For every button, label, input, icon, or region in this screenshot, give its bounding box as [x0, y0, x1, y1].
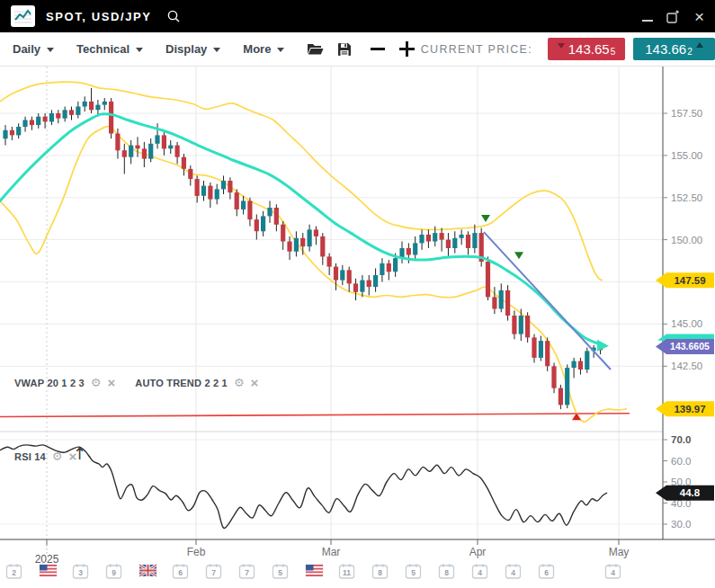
sell-signal-icon	[481, 215, 490, 222]
open-layout-button[interactable]	[307, 42, 324, 56]
axis-badge-label: 143.6605	[670, 341, 710, 352]
sell-price-value: 143.65	[568, 41, 610, 57]
month-label: Mar	[322, 546, 341, 558]
chevron-down-icon	[47, 48, 54, 52]
calendar-event-icon[interactable]: 7	[207, 565, 221, 579]
month-label: May	[609, 546, 630, 558]
calendar-event-icon[interactable]: 8	[373, 565, 388, 579]
calendar-event-icon[interactable]: 5	[273, 565, 288, 579]
calendar-event-icon[interactable]: 7	[240, 565, 255, 579]
rsi-tick-label: 60.0	[671, 456, 691, 467]
calendar-event-icon[interactable]: 4	[606, 565, 621, 579]
indicator-rsi: RSI 14 ⚙ ×	[14, 450, 76, 463]
zoom-out-button[interactable]	[371, 48, 385, 50]
axis-price-badge: 143.6605	[656, 339, 714, 354]
event-icon-row: 2396775118584464	[7, 565, 621, 579]
calendar-event-icon[interactable]: 9	[107, 565, 121, 579]
calendar-event-icon[interactable]: 6	[174, 565, 188, 579]
event-day-label: 7	[245, 568, 249, 577]
vwap-line	[0, 114, 604, 346]
sell-signal-icon	[514, 252, 523, 259]
year-label: 2025	[35, 553, 59, 566]
rsi-annotation-arrow-icon: ↑	[73, 444, 86, 463]
calendar-event-icon[interactable]: 4	[473, 565, 487, 579]
gear-icon[interactable]: ⚙	[91, 377, 102, 388]
price-chart-canvas[interactable]: 157.50155.00152.50150.00147.50145.00142.…	[0, 67, 715, 588]
rsi-tick-label: 70.0	[671, 434, 691, 445]
sell-price-badge[interactable]: 143.655	[548, 38, 625, 60]
price-tick-label: 142.50	[671, 361, 702, 371]
calendar-event-icon[interactable]: 2	[7, 565, 22, 579]
menu-technical[interactable]: Technical	[76, 42, 143, 56]
save-layout-button[interactable]	[337, 42, 352, 57]
calendar-event-icon[interactable]: 5	[407, 565, 421, 579]
event-day-label: 8	[378, 568, 382, 577]
month-label: Apr	[469, 546, 487, 558]
event-day-label: 8	[444, 568, 449, 577]
axis-badge-label: 44.8	[680, 487, 701, 498]
indicator-autotrend: AUTO TREND 2 2 1 ⚙ ×	[135, 376, 258, 389]
indicator-vwap: VWAP 20 1 2 3 ⚙ ×	[14, 376, 115, 389]
axis-badge-label: 147.59	[674, 275, 705, 286]
main-panel	[0, 82, 630, 422]
toolbar: Daily Technical Display More CURRENT PRI…	[0, 32, 715, 67]
chevron-down-icon	[277, 48, 284, 52]
candlesticks	[3, 88, 603, 409]
rsi-panel	[0, 445, 607, 529]
price-tick-label: 150.00	[671, 235, 702, 245]
price-tick-label: 157.50	[671, 108, 702, 119]
chevron-down-icon	[136, 48, 143, 52]
gear-icon[interactable]: ⚙	[234, 377, 245, 388]
menu-display[interactable]: Display	[165, 42, 220, 56]
month-label: Feb	[187, 546, 206, 558]
menu-more[interactable]: More	[243, 42, 284, 56]
zoom-in-button[interactable]	[399, 41, 415, 57]
event-day-label: 9	[112, 568, 116, 577]
calendar-event-icon[interactable]: 8	[440, 565, 454, 579]
search-icon[interactable]	[166, 9, 181, 23]
event-day-label: 7	[211, 568, 216, 577]
event-day-label: 6	[178, 568, 183, 577]
menu-technical-label: Technical	[76, 42, 130, 56]
menu-daily-label: Daily	[13, 42, 40, 56]
buy-price-value: 143.66	[645, 41, 686, 57]
gear-icon[interactable]: ⚙	[52, 450, 63, 462]
axis-price-badge: 139.97	[656, 401, 714, 416]
buy-price-pip: 2	[687, 47, 693, 57]
app-logo-icon	[11, 5, 35, 27]
uk-flag-icon[interactable]	[139, 565, 156, 576]
rsi-label: RSI 14	[14, 451, 46, 462]
ma-end-arrow-icon	[597, 340, 609, 352]
axis-price-badge: 147.59	[656, 272, 714, 288]
event-day-label: 5	[278, 568, 282, 577]
calendar-event-icon[interactable]: 4	[506, 565, 521, 579]
title-bar: SPOT, USD/JPY ×	[0, 0, 715, 32]
menu-daily[interactable]: Daily	[13, 42, 54, 56]
buy-price-badge[interactable]: 143.662	[633, 38, 715, 60]
us-flag-icon[interactable]	[306, 565, 323, 576]
vwap-label: VWAP 20 1 2 3	[14, 378, 85, 388]
axis-badge-label: 139.97	[674, 404, 705, 414]
sell-price-pip: 5	[611, 47, 616, 57]
close-icon[interactable]: ×	[107, 376, 115, 389]
price-tick-label: 152.50	[671, 192, 702, 203]
price-axis: 157.50155.00152.50150.00147.50145.00142.…	[663, 108, 702, 530]
window-title: SPOT, USD/JPY	[46, 10, 152, 23]
minimize-button[interactable]	[642, 20, 653, 22]
menu-more-label: More	[243, 42, 271, 56]
chevron-down-icon	[213, 48, 220, 52]
close-icon[interactable]: ×	[251, 376, 259, 389]
event-day-label: 6	[544, 568, 549, 577]
us-flag-icon[interactable]	[40, 565, 57, 576]
price-tick-label: 145.00	[671, 318, 702, 329]
autotrend-label: AUTO TREND 2 2 1	[135, 378, 228, 388]
price-up-arrow-icon	[696, 42, 703, 48]
close-button[interactable]: ×	[694, 8, 704, 25]
calendar-event-icon[interactable]: 3	[74, 565, 88, 579]
popout-button[interactable]	[666, 10, 681, 23]
calendar-event-icon[interactable]: 6	[540, 565, 554, 579]
event-day-label: 11	[343, 568, 351, 577]
calendar-event-icon[interactable]: 11	[340, 565, 354, 579]
price-tick-label: 155.00	[671, 150, 702, 161]
rsi-tick-label: 30.0	[671, 519, 691, 530]
